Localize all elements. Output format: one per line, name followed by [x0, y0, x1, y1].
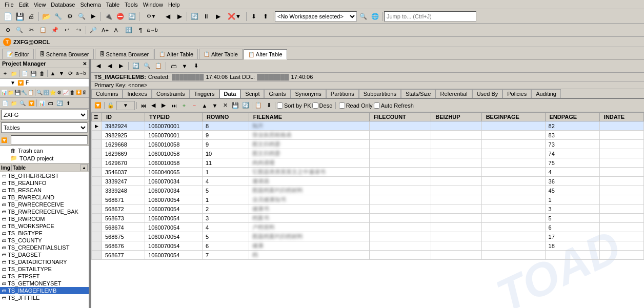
- menu-view[interactable]: View: [31, 2, 49, 8]
- dc-btn-copy[interactable]: 📋: [254, 101, 263, 110]
- pt2-btn-4[interactable]: 🔧: [21, 88, 27, 96]
- table-cell[interactable]: 1060070054: [145, 204, 203, 214]
- table-cell[interactable]: 户档资料: [249, 223, 369, 232]
- table-cell[interactable]: [369, 204, 431, 214]
- col-header-beizhup[interactable]: BEIZHUP: [431, 113, 481, 121]
- toolbar-btn-17[interactable]: ▶: [212, 11, 224, 22]
- table-cell[interactable]: [599, 232, 643, 241]
- pa-btn-file[interactable]: 📄: [21, 69, 29, 77]
- table-cell[interactable]: 568676: [102, 241, 145, 251]
- table-cell[interactable]: [599, 131, 643, 140]
- jump-input[interactable]: [384, 11, 476, 22]
- rt-btn-3[interactable]: ▶: [116, 61, 126, 71]
- table-cell[interactable]: 1629668: [102, 140, 145, 149]
- table-cell[interactable]: 档案书: [249, 214, 369, 223]
- toolbar-btn-8[interactable]: ▶: [88, 11, 99, 22]
- table-cell[interactable]: 82: [545, 121, 599, 131]
- menu-edit[interactable]: Edit: [16, 2, 31, 8]
- pa-btn-folder[interactable]: 📁: [10, 69, 18, 77]
- table-cell[interactable]: [92, 177, 102, 186]
- table-cell[interactable]: [431, 214, 481, 223]
- pt3-btn-1[interactable]: 📄: [1, 99, 9, 107]
- dc-btn-minus[interactable]: −: [190, 101, 199, 110]
- table-cell[interactable]: 568677: [102, 251, 145, 260]
- pa-filter[interactable]: ▼: [10, 80, 15, 86]
- table-cell[interactable]: [92, 232, 102, 241]
- table-item-dagset[interactable]: 🗃 TS_DAGSET: [0, 251, 89, 258]
- pt2-btn-11[interactable]: 🗑: [69, 88, 75, 96]
- table-cell[interactable]: [92, 251, 102, 260]
- table-cell[interactable]: [369, 195, 431, 204]
- table-cell[interactable]: [92, 241, 102, 251]
- sort-pk-checkbox[interactable]: [277, 102, 283, 109]
- pt2-btn-2[interactable]: 📁: [8, 88, 14, 96]
- table-cell[interactable]: [599, 121, 643, 131]
- table-cell[interactable]: 知片: [249, 121, 369, 131]
- dc-btn-export[interactable]: ⬇: [264, 101, 273, 110]
- col-header-filename[interactable]: FILENAME: [249, 113, 369, 121]
- table-cell[interactable]: 5: [545, 214, 599, 223]
- table-cell[interactable]: [599, 223, 643, 232]
- rt-btn-5[interactable]: 🔍: [142, 61, 152, 71]
- menu-file[interactable]: File: [2, 2, 16, 8]
- table-cell[interactable]: [369, 131, 431, 140]
- table-cell[interactable]: [545, 251, 599, 260]
- table-cell[interactable]: [431, 149, 481, 158]
- tab-indexes[interactable]: Indexes: [123, 89, 152, 98]
- table-cell[interactable]: 1629669: [102, 149, 145, 158]
- table-cell[interactable]: [369, 232, 431, 241]
- table-item-rwroom[interactable]: 🗃 TB_RWROOM: [0, 215, 89, 222]
- table-cell[interactable]: 它图器类类英英主之中邀请书: [249, 168, 369, 177]
- table-cell[interactable]: 3: [545, 204, 599, 214]
- table-cell[interactable]: 营业执照框格表: [249, 131, 369, 140]
- table-cell[interactable]: [92, 186, 102, 195]
- table-cell[interactable]: 1060070054: [145, 251, 203, 260]
- tab-script[interactable]: Script: [240, 89, 264, 98]
- toolbar-btn-1[interactable]: 📄: [2, 11, 13, 22]
- table-cell[interactable]: [369, 241, 431, 251]
- table-cell[interactable]: [92, 131, 102, 140]
- tab-auditing[interactable]: Auditing: [531, 89, 561, 98]
- table-cell[interactable]: 5: [202, 186, 249, 195]
- table-cell[interactable]: 图题档案约归档材料: [249, 232, 369, 241]
- table-cell[interactable]: 17: [545, 232, 599, 241]
- toolbar-btn-19[interactable]: ⬇: [248, 11, 259, 22]
- pa-btn-add[interactable]: +: [1, 69, 9, 77]
- table-item-realinfo[interactable]: 🗃 TB_REALINFO: [0, 179, 89, 187]
- tab-alter-1[interactable]: 📋 Alter Table: [154, 49, 198, 59]
- dc-btn-save[interactable]: 💾: [231, 101, 240, 110]
- table-cell[interactable]: 3546037: [102, 168, 145, 177]
- toolbar-btn-9[interactable]: 🔌: [103, 11, 114, 22]
- pt3-btn-8[interactable]: ⬆: [64, 99, 72, 107]
- table-cell[interactable]: 1060070034: [145, 186, 203, 195]
- pt3-btn-7[interactable]: 🔄: [55, 99, 64, 107]
- table-cell[interactable]: [431, 131, 481, 140]
- toolbar-btn-7[interactable]: 🔍: [76, 11, 87, 22]
- table-cell[interactable]: [599, 168, 643, 177]
- table-cell[interactable]: [431, 168, 481, 177]
- pt3-btn-4[interactable]: 🔽: [27, 99, 35, 107]
- table-cell[interactable]: [481, 204, 545, 214]
- rt-btn-4[interactable]: 🔄: [131, 61, 141, 71]
- table-cell[interactable]: 4: [202, 223, 249, 232]
- table-cell[interactable]: [599, 214, 643, 223]
- s-btn-9[interactable]: A+: [99, 25, 111, 35]
- table-item-datadictionary[interactable]: 🗃 TS_DATADICTIONARY: [0, 258, 89, 265]
- tree-toad[interactable]: 📁 TOAD project: [0, 154, 89, 162]
- table-cell[interactable]: [431, 251, 481, 260]
- table-cell[interactable]: [431, 177, 481, 186]
- table-cell[interactable]: [92, 204, 102, 214]
- table-cell[interactable]: [481, 195, 545, 204]
- table-cell[interactable]: 3982925: [102, 131, 145, 140]
- table-cell[interactable]: [481, 241, 545, 251]
- table-cell[interactable]: [92, 158, 102, 168]
- workspace-dropdown[interactable]: <No Workspace selected>: [275, 11, 357, 22]
- table-cell[interactable]: 74: [545, 149, 599, 158]
- table-cell[interactable]: ▶: [92, 121, 102, 131]
- tab-constraints[interactable]: Constraints: [152, 89, 190, 98]
- table-cell[interactable]: 图题档案约归档材料: [249, 186, 369, 195]
- dc-dropdown[interactable]: ▼: [116, 101, 135, 110]
- table-cell[interactable]: [431, 121, 481, 131]
- table-cell[interactable]: [481, 177, 545, 186]
- pa-btn-delete[interactable]: 🗑: [38, 69, 46, 77]
